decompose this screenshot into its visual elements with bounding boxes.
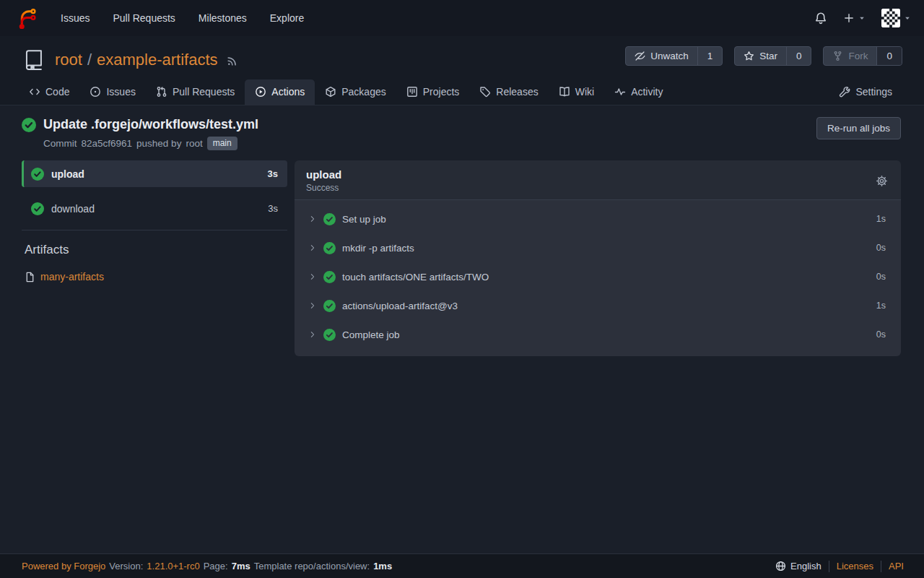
repo-book-icon	[22, 48, 46, 72]
run-header: Update .forgejo/workflows/test.yml Commi…	[22, 117, 901, 150]
tab-packages[interactable]: Packages	[315, 79, 396, 105]
tab-label: Releases	[496, 86, 538, 98]
nav-item-issues[interactable]: Issues	[49, 0, 101, 36]
nav-item-pull-requests[interactable]: Pull Requests	[101, 0, 186, 36]
chevron-right-icon[interactable]	[308, 272, 317, 281]
create-new-button[interactable]	[843, 12, 866, 24]
repo-action-buttons: Unwatch 1 Star 0	[625, 46, 902, 66]
branch-badge[interactable]: main	[207, 137, 237, 150]
tab-label: Settings	[855, 86, 892, 98]
rerun-all-jobs-button[interactable]: Re-run all jobs	[816, 117, 901, 139]
steps-list: Set up job 1s mkdir -p artifacts 0s	[295, 200, 901, 356]
tab-label: Wiki	[575, 86, 594, 98]
step-name: actions/upload-artifact@v3	[342, 301, 870, 311]
tab-code[interactable]: Code	[19, 79, 79, 105]
language-label: English	[790, 561, 821, 571]
job-name: download	[51, 203, 261, 215]
step-duration: 0s	[876, 243, 886, 253]
success-check-icon	[22, 118, 36, 132]
step-row[interactable]: actions/upload-artifact@v3 1s	[295, 291, 901, 320]
job-row-upload[interactable]: upload 3s	[22, 160, 287, 187]
repo-header: root / example-artifacts Unwatch 1	[0, 36, 924, 72]
tab-settings[interactable]: Settings	[829, 79, 902, 105]
success-check-icon	[323, 271, 336, 283]
page-footer: Powered by Forgejo Version: 1.21.0+1-rc0…	[0, 553, 924, 578]
top-navbar: Issues Pull Requests Milestones Explore	[0, 0, 924, 36]
fork-button[interactable]: Fork	[824, 47, 876, 65]
tools-icon	[839, 86, 850, 98]
unwatch-label: Unwatch	[650, 51, 689, 61]
avatar	[881, 9, 900, 27]
step-duration: 1s	[876, 214, 886, 224]
step-row[interactable]: Set up job 1s	[295, 204, 901, 233]
commit-sha[interactable]: 82a5cf6961	[82, 138, 133, 149]
nav-item-explore[interactable]: Explore	[258, 0, 315, 36]
tab-projects[interactable]: Projects	[396, 79, 470, 105]
artifact-link-many-artifacts[interactable]: many-artifacts	[25, 271, 284, 282]
tab-activity[interactable]: Activity	[604, 79, 673, 105]
licenses-link[interactable]: Licenses	[837, 561, 873, 571]
step-row[interactable]: Complete job 0s	[295, 320, 901, 349]
repo-owner-link[interactable]: root	[55, 51, 82, 69]
unwatch-button[interactable]: Unwatch	[626, 47, 697, 65]
tab-releases[interactable]: Releases	[469, 79, 548, 105]
star-button[interactable]: Star	[735, 47, 786, 65]
fork-icon	[832, 51, 843, 61]
tab-pull-requests[interactable]: Pull Requests	[146, 79, 245, 105]
artifacts-heading: Artifacts	[25, 243, 284, 257]
api-link[interactable]: API	[889, 561, 904, 571]
commit-author[interactable]: root	[186, 138, 202, 149]
nav-item-milestones[interactable]: Milestones	[187, 0, 258, 36]
tab-issues[interactable]: Issues	[79, 79, 145, 105]
chevron-down-icon	[858, 14, 866, 22]
job-panel-header: upload Success	[295, 160, 901, 200]
artifacts-section: Artifacts many-artifacts	[22, 230, 287, 282]
star-button-group: Star 0	[734, 46, 811, 66]
powered-by-link[interactable]: Powered by Forgejo	[22, 561, 105, 571]
step-row[interactable]: touch artifacts/ONE artifacts/TWO 0s	[295, 262, 901, 291]
footer-left: Powered by Forgejo Version: 1.21.0+1-rc0…	[22, 561, 392, 571]
star-icon	[744, 51, 754, 61]
pull-request-icon	[156, 86, 167, 98]
chevron-right-icon[interactable]	[308, 330, 317, 339]
stars-count[interactable]: 0	[786, 47, 811, 65]
footer-divider	[881, 561, 881, 572]
tab-actions[interactable]: Actions	[245, 79, 315, 105]
step-name: Complete job	[342, 329, 870, 340]
star-label: Star	[759, 51, 777, 61]
tab-wiki[interactable]: Wiki	[549, 79, 604, 105]
job-panel-title: upload	[306, 168, 874, 181]
language-picker[interactable]: English	[775, 561, 821, 571]
tag-icon	[479, 86, 491, 98]
page-time-label: Page:	[204, 561, 228, 571]
file-icon	[25, 272, 35, 282]
plus-icon	[843, 12, 855, 24]
forks-count[interactable]: 0	[876, 47, 902, 65]
version-link[interactable]: 1.21.0+1-rc0	[147, 561, 199, 571]
repo-name-link[interactable]: example-artifacts	[97, 51, 218, 69]
notifications-button[interactable]	[814, 12, 827, 25]
navbar-right	[814, 9, 911, 27]
watchers-count[interactable]: 1	[697, 47, 723, 65]
job-duration: 3s	[268, 168, 278, 179]
chevron-right-icon[interactable]	[308, 301, 317, 310]
book-open-icon	[559, 86, 570, 98]
user-menu-button[interactable]	[881, 9, 911, 27]
job-name: upload	[51, 168, 261, 180]
tab-label: Actions	[271, 86, 305, 98]
play-circle-icon	[255, 86, 266, 98]
step-row[interactable]: mkdir -p artifacts 0s	[295, 233, 901, 262]
tab-label: Packages	[341, 86, 385, 98]
pushed-by-label: pushed by	[136, 138, 181, 149]
fork-label: Fork	[848, 51, 868, 61]
chevron-right-icon[interactable]	[308, 215, 317, 223]
job-row-download[interactable]: download 3s	[22, 195, 287, 222]
chevron-right-icon[interactable]	[308, 243, 317, 252]
job-options-button[interactable]	[874, 173, 889, 189]
package-icon	[325, 86, 336, 98]
rss-icon[interactable]	[227, 54, 239, 66]
page-time-value: 7ms	[232, 561, 250, 571]
forgejo-logo-icon[interactable]	[17, 7, 39, 29]
gear-icon	[876, 175, 888, 187]
job-status: Success	[306, 183, 874, 193]
